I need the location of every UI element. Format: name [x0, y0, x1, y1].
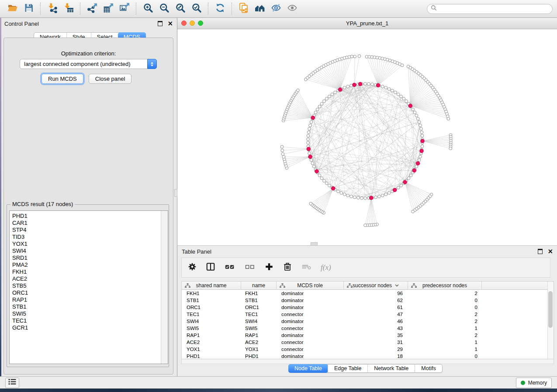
graph-node[interactable]	[374, 196, 377, 199]
graph-node[interactable]	[418, 120, 421, 124]
graph-node[interactable]	[371, 83, 374, 86]
mcds-node-item[interactable]: SRD1	[12, 254, 168, 261]
graph-node[interactable]	[307, 131, 310, 134]
table-vertical-scrollbar[interactable]	[547, 282, 554, 359]
mcds-node-item[interactable]: GCR1	[12, 324, 168, 331]
save-session-button[interactable]	[23, 3, 35, 15]
table-cell[interactable]: STB1	[241, 298, 277, 303]
table-cell[interactable]: 0	[408, 305, 482, 310]
open-session-button[interactable]	[7, 3, 18, 15]
create-column-button[interactable]	[264, 262, 274, 273]
tab-network-table[interactable]: Network Table	[367, 364, 415, 372]
mcds-list-scrollbar[interactable]	[161, 211, 168, 364]
graph-node[interactable]	[400, 95, 403, 98]
graph-node[interactable]	[391, 89, 394, 92]
table-row[interactable]: SWI5SWI5connector431	[182, 325, 554, 332]
graph-node[interactable]	[413, 111, 416, 114]
graph-node[interactable]	[323, 179, 326, 182]
table-cell[interactable]: 18	[344, 354, 408, 359]
graph-node[interactable]	[384, 86, 387, 89]
maximize-window-icon[interactable]	[198, 21, 203, 26]
graph-leaf-node[interactable]	[358, 55, 361, 58]
graph-leaf-node[interactable]	[447, 117, 450, 120]
table-cell[interactable]: connector	[277, 340, 344, 345]
graph-leaf-node[interactable]	[353, 55, 356, 58]
table-cell[interactable]: 46	[344, 319, 408, 324]
graph-node[interactable]	[331, 93, 334, 96]
graph-node[interactable]	[323, 100, 326, 103]
table-cell[interactable]: 43	[344, 326, 408, 331]
graph-node[interactable]	[309, 124, 312, 127]
zoom-out-button[interactable]	[158, 3, 170, 15]
mcds-node-item[interactable]: STP4	[12, 227, 168, 234]
mcds-node-item[interactable]: CAR1	[12, 220, 168, 227]
graph-dominator-node[interactable]	[315, 169, 319, 173]
graph-leaf-node[interactable]	[364, 224, 367, 227]
graph-leaf-node[interactable]	[296, 89, 299, 92]
graph-node[interactable]	[407, 177, 410, 180]
table-cell[interactable]: YOX1	[182, 347, 241, 352]
graph-node[interactable]	[419, 124, 422, 127]
graph-node[interactable]	[343, 193, 346, 196]
export-table-button[interactable]	[102, 3, 114, 15]
tab-node-table[interactable]: Node Table	[288, 364, 328, 373]
graph-node[interactable]	[320, 177, 323, 180]
float-panel-icon[interactable]	[538, 249, 543, 254]
export-network-button[interactable]	[86, 3, 98, 15]
table-cell[interactable]: 2	[408, 291, 482, 296]
graph-node[interactable]	[400, 184, 403, 187]
unselect-all-columns-button[interactable]	[244, 262, 256, 273]
table-cell[interactable]: 2	[408, 312, 482, 317]
table-cell[interactable]: ORC1	[182, 305, 241, 310]
table-cell[interactable]: ORC1	[241, 305, 277, 310]
table-row[interactable]: PHD1PHD1dominator180	[182, 353, 554, 360]
mcds-node-item[interactable]: PHD1	[12, 213, 168, 220]
table-cell[interactable]: RAP1	[182, 333, 241, 338]
graph-node[interactable]	[387, 192, 391, 195]
table-cell[interactable]: TEC1	[182, 312, 241, 317]
clone-network-button[interactable]	[238, 3, 249, 15]
import-table-button[interactable]	[62, 3, 74, 15]
table-cell[interactable]: SWI5	[241, 326, 277, 331]
table-cell[interactable]: 1	[408, 347, 482, 352]
show-graphics-details-button[interactable]	[286, 3, 298, 15]
run-mcds-button[interactable]: Run MCDS	[42, 74, 83, 84]
graph-node[interactable]	[318, 105, 321, 108]
table-cell[interactable]: SWI4	[182, 319, 241, 324]
graph-node[interactable]	[340, 192, 343, 195]
table-row[interactable]: YOX1YOX1connector291	[182, 346, 554, 353]
mcds-result-list[interactable]: PHD1CAR1STP4TID3YOX1SWI4SRD1PMA2FKH1ACE2…	[9, 210, 168, 364]
table-cell[interactable]: RAP1	[241, 333, 277, 338]
memory-button[interactable]: Memory	[516, 378, 552, 388]
zoom-in-button[interactable]	[142, 3, 154, 15]
mcds-node-item[interactable]: FKH1	[12, 268, 168, 275]
graph-node[interactable]	[409, 174, 412, 177]
table-cell[interactable]: SWI5	[182, 326, 241, 331]
graph-node[interactable]	[364, 197, 367, 200]
graph-dominator-node[interactable]	[353, 83, 356, 87]
graph-node[interactable]	[312, 165, 315, 168]
table-cell[interactable]: FKH1	[182, 291, 241, 296]
mcds-node-item[interactable]: TEC1	[12, 317, 168, 324]
graph-leaf-node[interactable]	[412, 210, 415, 213]
select-all-columns-button[interactable]	[224, 262, 236, 273]
table-cell[interactable]: connector	[277, 326, 344, 331]
table-cell[interactable]: 1	[408, 340, 482, 345]
graph-node[interactable]	[334, 91, 337, 94]
network-window-titlebar[interactable]: YPA_prune.txt_1	[177, 18, 557, 29]
graph-node[interactable]	[420, 127, 423, 131]
column-header-name[interactable]: name	[241, 282, 277, 290]
graph-node[interactable]	[384, 193, 387, 196]
table-cell[interactable]: connector	[277, 312, 344, 317]
graph-leaf-node[interactable]	[280, 145, 284, 148]
graph-node[interactable]	[419, 155, 422, 158]
minimize-window-icon[interactable]	[190, 21, 195, 26]
mcds-node-item[interactable]: SWI4	[12, 248, 168, 254]
close-panel-icon[interactable]: ×	[168, 21, 173, 27]
graph-node[interactable]	[360, 196, 363, 199]
table-cell[interactable]: dominator	[277, 305, 344, 310]
table-cell[interactable]: 2	[408, 333, 482, 338]
graph-leaf-node[interactable]	[401, 64, 404, 67]
table-cell[interactable]: YOX1	[241, 347, 277, 352]
mcds-node-item[interactable]: SWI5	[12, 310, 168, 317]
